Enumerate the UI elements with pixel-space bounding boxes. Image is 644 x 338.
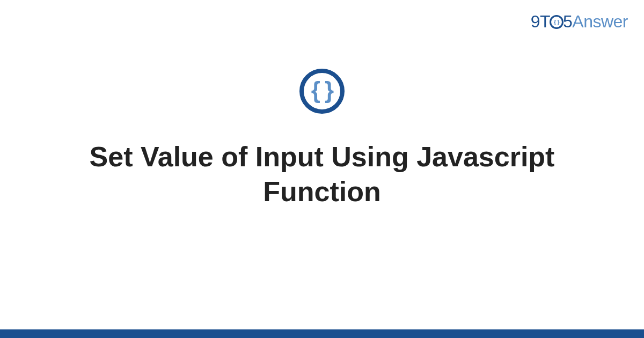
- brand-logo: 9T { } 5Answer: [531, 12, 628, 32]
- main-content: { } Set Value of Input Using Javascript …: [0, 69, 644, 209]
- logo-o-braces: { }: [554, 19, 559, 25]
- braces-icon: { }: [311, 78, 333, 102]
- footer-accent-bar: [0, 329, 644, 338]
- logo-five: 5: [563, 12, 572, 31]
- page-title: Set Value of Input Using Javascript Func…: [80, 139, 564, 209]
- logo-answer: Answer: [572, 12, 628, 31]
- category-badge-icon: { }: [299, 69, 345, 114]
- logo-nine: 9: [531, 12, 540, 31]
- logo-t: T: [540, 12, 550, 31]
- logo-o-icon: { }: [550, 15, 564, 29]
